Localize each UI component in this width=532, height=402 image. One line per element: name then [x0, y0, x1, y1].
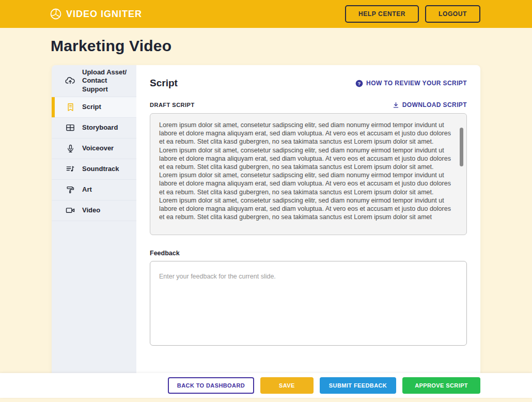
draft-script-label: DRAFT SCRIPT: [150, 102, 195, 108]
video-igniter-reel-icon: [50, 8, 62, 20]
sidebar-item-upload-asset[interactable]: Upload Asset/ Contact Support: [52, 65, 136, 97]
script-paragraph: Lorem ipsum dolor sit amet, consetetur s…: [159, 171, 453, 221]
approve-script-button[interactable]: APPROVE SCRIPT: [402, 377, 480, 394]
sidebar: Upload Asset/ Contact Support Script: [52, 65, 136, 373]
script-panel: Script ? HOW TO REVIEW YOUR SCRIPT DRAFT…: [136, 65, 480, 373]
download-script-link[interactable]: DOWNLOAD SCRIPT: [393, 101, 467, 109]
draft-script-box[interactable]: Lorem ipsum dolor sit amet, consetetur s…: [150, 113, 467, 235]
draft-script-text: Lorem ipsum dolor sit amet, consetetur s…: [159, 121, 453, 221]
sidebar-item-label: Voiceover: [82, 144, 114, 152]
script-scrollbar-thumb[interactable]: [460, 128, 463, 166]
feedback-label: Feedback: [150, 250, 467, 257]
back-to-dashboard-button[interactable]: BACK TO DASHBOARD: [168, 377, 254, 394]
sidebar-item-label: Upload Asset/ Contact Support: [82, 68, 132, 94]
sidebar-item-label: Soundtrack: [82, 165, 119, 173]
app-window: VIDEO IGNITER HELP CENTER LOGOUT Marketi…: [0, 0, 532, 402]
sidebar-filler: [52, 221, 136, 373]
bottom-action-bar: BACK TO DASHBOARD SAVE SUBMIT FEEDBACK A…: [0, 373, 532, 398]
sidebar-item-label: Video: [82, 206, 100, 214]
sidebar-item-soundtrack[interactable]: Soundtrack: [52, 159, 136, 180]
sidebar-item-voiceover[interactable]: Voiceover: [52, 138, 136, 159]
sidebar-item-label: Art: [82, 185, 92, 194]
download-icon: [393, 102, 399, 109]
help-center-button[interactable]: HELP CENTER: [345, 5, 419, 23]
logo-text: VIDEO IGNITER: [66, 9, 142, 20]
microphone-icon: [65, 143, 75, 153]
top-header-bar: VIDEO IGNITER HELP CENTER LOGOUT: [0, 0, 532, 28]
music-list-icon: [65, 164, 75, 174]
sidebar-item-storyboard[interactable]: Storyboard: [52, 118, 136, 138]
cloud-upload-icon: [65, 75, 75, 86]
content-card: Upload Asset/ Contact Support Script: [52, 65, 480, 373]
storyboard-grid-icon: [65, 122, 75, 133]
sidebar-item-label: Script: [82, 103, 101, 111]
feedback-textarea[interactable]: [150, 261, 467, 346]
video-camera-icon: [65, 205, 75, 215]
sidebar-item-label: Storyboard: [82, 123, 118, 132]
sidebar-item-video[interactable]: Video: [52, 200, 136, 221]
paint-roller-icon: [65, 184, 75, 195]
logo: VIDEO IGNITER: [50, 8, 142, 20]
sidebar-item-art[interactable]: Art: [52, 180, 136, 200]
submit-feedback-button[interactable]: SUBMIT FEEDBACK: [320, 377, 396, 394]
svg-text:?: ?: [358, 81, 361, 86]
page-title: Marketing Video: [51, 37, 171, 55]
section-title: Script: [150, 78, 178, 89]
question-circle-icon: ?: [355, 80, 363, 87]
script-paragraph: Lorem ipsum dolor sit amet, consetetur s…: [159, 121, 453, 171]
save-button[interactable]: SAVE: [260, 377, 314, 394]
header-actions: HELP CENTER LOGOUT: [345, 5, 480, 23]
sidebar-item-script[interactable]: Script: [52, 97, 136, 118]
script-bookmark-icon: [65, 102, 75, 112]
logout-button[interactable]: LOGOUT: [425, 5, 480, 23]
how-to-review-link[interactable]: ? HOW TO REVIEW YOUR SCRIPT: [355, 80, 467, 87]
